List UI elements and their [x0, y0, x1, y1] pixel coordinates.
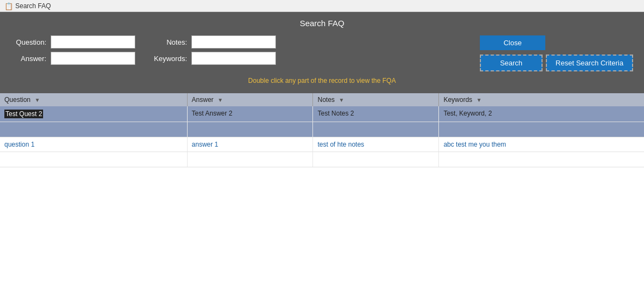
spacer-cell [439, 122, 644, 137]
spacer-cell [439, 152, 644, 167]
search-form: Question: Answer: Notes: Keywords: Close [11, 35, 633, 71]
spacer-cell [0, 152, 187, 167]
cell-question: question 1 [0, 137, 187, 152]
table-row[interactable]: Test Quest 2Test Answer 2Test Notes 2Tes… [0, 106, 644, 122]
search-button[interactable]: Search [480, 55, 543, 71]
cell-notes: Test Notes 2 [313, 106, 439, 122]
selected-label: Test Quest 2 [4, 110, 43, 118]
answer-label: Answer: [11, 55, 46, 63]
cell-answer: answer 1 [187, 137, 313, 152]
cell-question: Test Quest 2 [0, 106, 187, 122]
notes-input[interactable] [191, 35, 276, 49]
col-header-notes[interactable]: Notes ▼ [313, 93, 439, 106]
title-bar-text: Search FAQ [15, 2, 51, 10]
close-button[interactable]: Close [480, 35, 545, 50]
hint-text: Double click any part of the record to v… [11, 77, 633, 84]
answer-field: Answer: [11, 52, 135, 65]
table-body: Test Quest 2Test Answer 2Test Notes 2Tes… [0, 106, 644, 167]
spacer-cell [313, 122, 439, 137]
results-table: Question ▼ Answer ▼ Notes ▼ Keywords ▼ T… [0, 93, 644, 167]
keywords-sort-icon: ▼ [476, 97, 482, 103]
reset-button[interactable]: Reset Search Criteria [546, 55, 633, 71]
table-row[interactable]: question 1answer 1test of hte notesabc t… [0, 137, 644, 152]
notes-field: Notes: [152, 35, 276, 49]
cell-notes: test of hte notes [313, 137, 439, 152]
keywords-input[interactable] [191, 52, 276, 65]
notes-label: Notes: [152, 38, 187, 46]
answer-input[interactable] [51, 52, 135, 65]
left-fields: Question: Answer: [11, 35, 135, 65]
question-input[interactable] [51, 35, 135, 49]
panel-title: Search FAQ [11, 19, 633, 28]
answer-sort-icon: ▼ [218, 97, 223, 103]
search-panel: Search FAQ Question: Answer: Notes: Keyw… [0, 12, 644, 93]
right-buttons: Close Search Reset Search Criteria [480, 35, 633, 71]
col-header-keywords[interactable]: Keywords ▼ [439, 93, 644, 106]
spacer-cell [187, 122, 313, 137]
cell-keywords: abc test me you them [439, 137, 644, 152]
spacer-cell [313, 152, 439, 167]
spacer-row [0, 122, 644, 137]
spacer-cell [0, 122, 187, 137]
table-section: Question ▼ Answer ▼ Notes ▼ Keywords ▼ T… [0, 93, 644, 302]
search-reset-row: Search Reset Search Criteria [480, 55, 633, 71]
spacer-cell [187, 152, 313, 167]
cell-keywords: Test, Keyword, 2 [439, 106, 644, 122]
question-field: Question: [11, 35, 135, 49]
keywords-label: Keywords: [152, 55, 187, 63]
table-header: Question ▼ Answer ▼ Notes ▼ Keywords ▼ [0, 93, 644, 106]
question-label: Question: [11, 38, 46, 46]
title-bar: 📋 Search FAQ [0, 0, 644, 12]
col-header-question[interactable]: Question ▼ [0, 93, 187, 106]
cell-answer: Test Answer 2 [187, 106, 313, 122]
col-header-answer[interactable]: Answer ▼ [187, 93, 313, 106]
notes-sort-icon: ▼ [339, 97, 344, 103]
keywords-field: Keywords: [152, 52, 276, 65]
app-icon: 📋 [4, 2, 12, 10]
middle-fields: Notes: Keywords: [152, 35, 276, 65]
question-sort-icon: ▼ [34, 97, 40, 103]
spacer-row [0, 152, 644, 167]
